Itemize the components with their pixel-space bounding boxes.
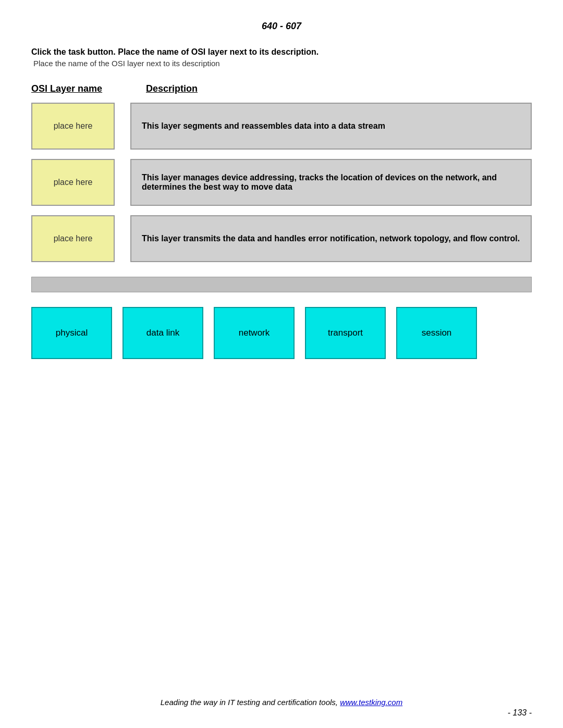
osi-row-3: place here This layer transmits the data…: [31, 215, 532, 262]
draggable-physical-label: physical: [56, 328, 88, 338]
footer-text: Leading the way in IT testing and certif…: [161, 698, 340, 707]
description-box-2: This layer manages device addressing, tr…: [130, 159, 532, 206]
draggable-session-label: session: [422, 328, 452, 338]
columns-header: OSI Layer name Description: [31, 83, 532, 94]
col-header-name: OSI Layer name: [31, 83, 146, 94]
draggable-transport-label: transport: [328, 328, 363, 338]
description-box-3: This layer transmits the data and handle…: [130, 215, 532, 262]
draggable-physical[interactable]: physical: [31, 307, 112, 359]
draggable-network[interactable]: network: [214, 307, 295, 359]
draggable-items: physical data link network transport ses…: [31, 307, 532, 359]
page-title: 640 - 607: [31, 21, 532, 32]
draggable-datalink[interactable]: data link: [123, 307, 203, 359]
place-here-box-1[interactable]: place here: [31, 103, 115, 150]
place-here-box-2[interactable]: place here: [31, 159, 115, 206]
page-container: 640 - 607 Click the task button. Place t…: [0, 0, 563, 728]
page-number: - 133 -: [508, 708, 532, 718]
col-header-desc: Description: [146, 83, 532, 94]
separator-bar: [31, 277, 532, 292]
footer: Leading the way in IT testing and certif…: [0, 698, 563, 707]
osi-row-2: place here This layer manages device add…: [31, 159, 532, 206]
instruction-bold: Click the task button. Place the name of…: [31, 47, 532, 57]
footer-link[interactable]: www.testking.com: [340, 698, 402, 707]
osi-rows: place here This layer segments and reass…: [31, 103, 532, 262]
draggable-network-label: network: [239, 328, 270, 338]
osi-row-1: place here This layer segments and reass…: [31, 103, 532, 150]
draggable-session[interactable]: session: [396, 307, 477, 359]
draggable-datalink-label: data link: [146, 328, 179, 338]
place-here-box-3[interactable]: place here: [31, 215, 115, 262]
draggable-transport[interactable]: transport: [305, 307, 386, 359]
instruction-normal: Place the name of the OSI layer next to …: [31, 59, 532, 68]
description-box-1: This layer segments and reassembles data…: [130, 103, 532, 150]
